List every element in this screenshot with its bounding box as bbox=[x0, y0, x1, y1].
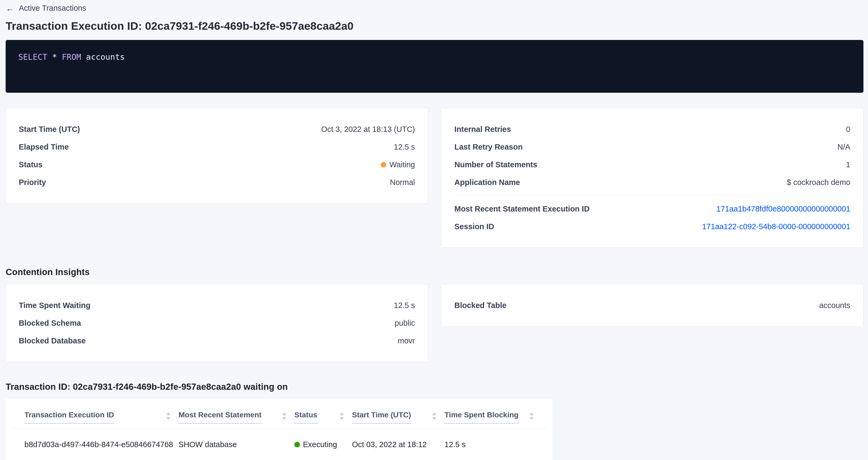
start-time-label: Start Time (UTC) bbox=[19, 125, 80, 134]
blocked-schema-label: Blocked Schema bbox=[19, 319, 81, 328]
elapsed-time-value: 12.5 s bbox=[394, 143, 415, 151]
cell-most-recent-statement: SHOW database bbox=[179, 440, 294, 449]
application-name-row: Application Name $ cockroach demo bbox=[454, 174, 850, 191]
sql-keyword-from: FROM bbox=[62, 52, 81, 62]
summary-section: Start Time (UTC) Oct 3, 2022 at 18:13 (U… bbox=[6, 108, 863, 248]
blocked-table-value: accounts bbox=[819, 301, 850, 310]
cell-start-time: Oct 03, 2022 at 18:12 bbox=[352, 440, 444, 449]
priority-label: Priority bbox=[19, 178, 46, 187]
page-title: Transaction Execution ID: 02ca7931-f246-… bbox=[6, 20, 863, 32]
status-row: Status Waiting bbox=[19, 156, 415, 174]
column-header-transaction-execution-id[interactable]: Transaction Execution ID bbox=[24, 411, 179, 424]
session-id-label: Session ID bbox=[454, 222, 494, 231]
elapsed-time-label: Elapsed Time bbox=[19, 143, 69, 151]
sort-icon[interactable] bbox=[282, 412, 286, 420]
session-id-row: Session ID 171aa122-c092-54b8-0000-00000… bbox=[454, 218, 850, 235]
start-time-row: Start Time (UTC) Oct 3, 2022 at 18:13 (U… bbox=[19, 120, 415, 138]
start-time-value: Oct 3, 2022 at 18:13 (UTC) bbox=[321, 125, 415, 134]
last-retry-reason-value: N/A bbox=[837, 143, 850, 151]
waiting-on-heading: Transaction ID: 02ca7931-f246-469b-b2fe-… bbox=[6, 382, 863, 392]
waiting-on-table-header: Transaction Execution ID Most Recent Sta… bbox=[12, 406, 546, 424]
sort-icon[interactable] bbox=[432, 412, 436, 420]
statement-execution-id-label: Most Recent Statement Execution ID bbox=[454, 205, 589, 213]
blocked-database-value: movr bbox=[398, 336, 415, 345]
contention-section: Time Spent Waiting 12.5 s Blocked Schema… bbox=[6, 284, 863, 362]
sort-icon[interactable] bbox=[340, 412, 344, 420]
blocked-table-row: Blocked Table accounts bbox=[454, 297, 850, 314]
number-of-statements-value: 1 bbox=[846, 160, 850, 169]
contention-card-left: Time Spent Waiting 12.5 s Blocked Schema… bbox=[6, 284, 428, 362]
back-link-label: Active Transactions bbox=[19, 4, 86, 12]
summary-card-right: Internal Retries 0 Last Retry Reason N/A… bbox=[441, 108, 863, 248]
sql-statement: SELECT * FROM accounts bbox=[18, 52, 125, 62]
back-arrow-icon: ← bbox=[6, 4, 14, 12]
number-of-statements-row: Number of Statements 1 bbox=[454, 156, 850, 174]
table-row: b8d7d03a-d497-446b-8474-e50846674768 SHO… bbox=[12, 428, 546, 460]
sql-table-name: accounts bbox=[81, 52, 125, 62]
sql-star: * bbox=[47, 52, 62, 62]
column-header-start-time[interactable]: Start Time (UTC) bbox=[352, 411, 444, 424]
time-spent-waiting-value: 12.5 s bbox=[394, 301, 415, 310]
application-name-value: $ cockroach demo bbox=[787, 178, 850, 187]
statement-execution-id-link[interactable]: 171aa1b478fdf0e80000000000000001 bbox=[716, 205, 850, 213]
last-retry-reason-row: Last Retry Reason N/A bbox=[454, 138, 850, 156]
status-executing-text: Executing bbox=[303, 440, 337, 449]
sql-keyword-select: SELECT bbox=[18, 52, 47, 62]
summary-card-divider bbox=[454, 195, 850, 196]
status-executing-dot-icon bbox=[294, 442, 300, 448]
blocked-schema-value: public bbox=[395, 319, 415, 328]
time-spent-waiting-label: Time Spent Waiting bbox=[19, 301, 90, 310]
status-value: Waiting bbox=[381, 160, 415, 169]
application-name-label: Application Name bbox=[454, 178, 520, 187]
blocked-database-label: Blocked Database bbox=[19, 336, 86, 345]
cell-time-spent-blocking: 12.5 s bbox=[444, 440, 542, 449]
transaction-details-page: ← Active Transactions Transaction Execut… bbox=[0, 0, 868, 460]
elapsed-time-row: Elapsed Time 12.5 s bbox=[19, 138, 415, 156]
waiting-on-table: Transaction Execution ID Most Recent Sta… bbox=[6, 399, 553, 460]
status-waiting-text: Waiting bbox=[389, 160, 415, 169]
session-id-link[interactable]: 171aa122-c092-54b8-0000-000000000001 bbox=[702, 222, 850, 231]
priority-row: Priority Normal bbox=[19, 174, 415, 191]
statement-execution-id-row: Most Recent Statement Execution ID 171aa… bbox=[454, 200, 850, 218]
cell-status: Executing bbox=[294, 440, 352, 449]
column-header-label: Transaction Execution ID bbox=[24, 411, 114, 424]
blocked-schema-row: Blocked Schema public bbox=[19, 314, 415, 332]
column-header-label: Most Recent Statement bbox=[179, 411, 261, 424]
last-retry-reason-label: Last Retry Reason bbox=[454, 143, 523, 151]
status-waiting-dot-icon bbox=[381, 162, 386, 167]
column-header-label: Time Spent Blocking bbox=[444, 411, 519, 424]
contention-insights-heading: Contention Insights bbox=[6, 267, 863, 277]
cell-transaction-execution-id: b8d7d03a-d497-446b-8474-e50846674768 bbox=[24, 440, 179, 449]
status-label: Status bbox=[19, 160, 42, 169]
blocked-database-row: Blocked Database movr bbox=[19, 332, 415, 349]
sort-icon[interactable] bbox=[166, 412, 170, 420]
blocked-table-label: Blocked Table bbox=[454, 301, 506, 310]
number-of-statements-label: Number of Statements bbox=[454, 160, 537, 169]
internal-retries-value: 0 bbox=[846, 125, 850, 134]
contention-card-right: Blocked Table accounts bbox=[441, 284, 863, 327]
priority-value: Normal bbox=[390, 178, 415, 187]
time-spent-waiting-row: Time Spent Waiting 12.5 s bbox=[19, 297, 415, 314]
back-link[interactable]: ← Active Transactions bbox=[6, 4, 86, 12]
column-header-status[interactable]: Status bbox=[294, 411, 352, 424]
column-header-time-spent-blocking[interactable]: Time Spent Blocking bbox=[444, 411, 542, 424]
sort-icon[interactable] bbox=[529, 412, 534, 420]
column-header-label: Status bbox=[294, 411, 317, 424]
internal-retries-label: Internal Retries bbox=[454, 125, 511, 134]
summary-card-left: Start Time (UTC) Oct 3, 2022 at 18:13 (U… bbox=[6, 108, 428, 204]
column-header-label: Start Time (UTC) bbox=[352, 411, 411, 424]
column-header-most-recent-statement[interactable]: Most Recent Statement bbox=[179, 411, 294, 424]
sql-statement-box: SELECT * FROM accounts bbox=[6, 40, 863, 93]
internal-retries-row: Internal Retries 0 bbox=[454, 120, 850, 138]
